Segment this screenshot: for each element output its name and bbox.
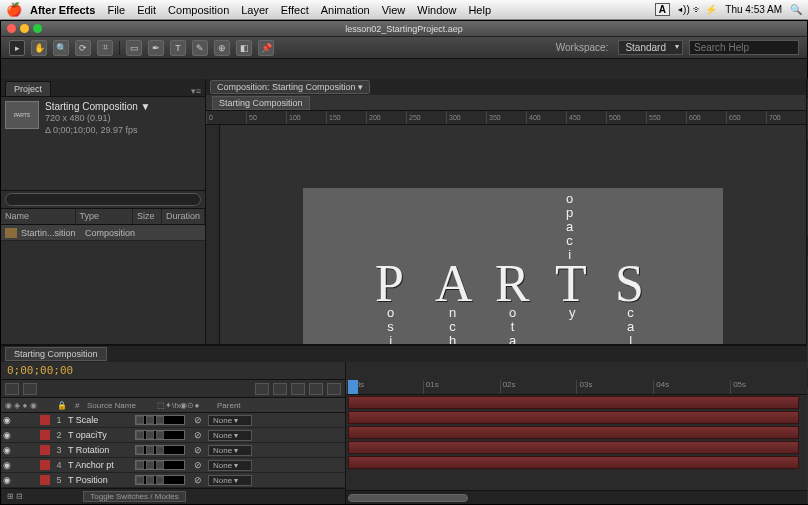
project-headers: Name Type Size Duration: [1, 209, 205, 225]
parent-select[interactable]: None ▾: [208, 475, 252, 486]
col-size[interactable]: Size: [133, 209, 162, 224]
menu-effect[interactable]: Effect: [281, 4, 309, 16]
spotlight-icon[interactable]: 🔍: [790, 4, 802, 15]
parent-select[interactable]: None ▾: [208, 415, 252, 426]
workspace-select[interactable]: Standard: [618, 40, 683, 55]
timeline-layer[interactable]: ◉1T Scale⊘None ▾: [1, 413, 345, 428]
menu-animation[interactable]: Animation: [321, 4, 370, 16]
expand-icon[interactable]: ⊞ ⊟: [7, 492, 23, 501]
word-opacity[interactable]: opaci: [566, 192, 573, 262]
label-color[interactable]: [40, 445, 50, 455]
item-type: Composition: [85, 228, 135, 238]
label-color[interactable]: [40, 475, 50, 485]
status-icons[interactable]: ◀)) ᯤ ⚡: [678, 4, 717, 15]
parent-select[interactable]: None ▾: [208, 430, 252, 441]
timeline-layer[interactable]: ◉2T opaciTy⊘None ▾: [1, 428, 345, 443]
label-color[interactable]: [40, 415, 50, 425]
parent-select[interactable]: None ▾: [208, 460, 252, 471]
layer-bar[interactable]: [348, 396, 799, 409]
layer-name: T Scale: [65, 415, 135, 425]
project-search-input[interactable]: [5, 193, 201, 206]
visibility-icon[interactable]: ◉: [1, 430, 13, 440]
timeline-tracks[interactable]: :00s 01s 02s 03s 04s 05s: [346, 362, 807, 504]
time-ruler[interactable]: :00s 01s 02s 03s 04s 05s: [346, 362, 807, 395]
letter-a[interactable]: A: [435, 254, 473, 313]
timeline-scrollbar[interactable]: [346, 490, 807, 504]
panel-menu-icon[interactable]: ▾≡: [191, 86, 201, 96]
project-item[interactable]: Startin...sition Composition: [1, 225, 205, 241]
clock[interactable]: Thu 4:53 AM: [725, 4, 782, 15]
brush-tool-icon[interactable]: ✎: [192, 40, 208, 56]
letter-t[interactable]: T: [555, 254, 587, 313]
project-tab[interactable]: Project: [5, 81, 51, 96]
search-layers-icon[interactable]: [5, 383, 19, 395]
frame-blend-icon[interactable]: [273, 383, 287, 395]
timeline-layer[interactable]: ◉5T Position⊘None ▾: [1, 473, 345, 488]
menu-composition[interactable]: Composition: [168, 4, 229, 16]
comp-subtab[interactable]: Starting Composition: [212, 96, 310, 110]
camera-tool-icon[interactable]: ⌗: [97, 40, 113, 56]
rotate-tool-icon[interactable]: ⟳: [75, 40, 91, 56]
col-duration[interactable]: Duration: [162, 209, 205, 224]
text-tool-icon[interactable]: T: [170, 40, 186, 56]
layer-bar[interactable]: [348, 441, 799, 454]
menu-window[interactable]: Window: [417, 4, 456, 16]
puppet-tool-icon[interactable]: 📌: [258, 40, 274, 56]
help-search-input[interactable]: [689, 40, 799, 55]
timeline-layer-list: 0;00;00;00 ◉ ◈ ● ◉ 🔒 # S: [1, 362, 346, 504]
menu-file[interactable]: File: [107, 4, 125, 16]
visibility-icon[interactable]: ◉: [1, 460, 13, 470]
hand-tool-icon[interactable]: ✋: [31, 40, 47, 56]
app-name[interactable]: After Effects: [30, 4, 95, 16]
mac-menubar: 🍎 After Effects File Edit Composition La…: [0, 0, 808, 20]
timeline-left-footer: ⊞ ⊟ Toggle Switches / Modes: [1, 488, 345, 504]
visibility-icon[interactable]: ◉: [1, 415, 13, 425]
label-color[interactable]: [40, 430, 50, 440]
comp-icon: [5, 228, 17, 238]
parent-select[interactable]: None ▾: [208, 445, 252, 456]
clone-tool-icon[interactable]: ⊕: [214, 40, 230, 56]
toggle-switches-button[interactable]: Toggle Switches / Modes: [83, 491, 186, 502]
comp-mini-icon[interactable]: [23, 383, 37, 395]
main-toolbar: ▸ ✋ 🔍 ⟳ ⌗ ▭ ✒ T ✎ ⊕ ◧ 📌 Workspace: Stand…: [1, 37, 807, 59]
motion-blur-icon[interactable]: [291, 383, 305, 395]
letter-s[interactable]: S: [615, 254, 644, 313]
menu-help[interactable]: Help: [468, 4, 491, 16]
timeline-layer[interactable]: ◉4T Anchor pt⊘None ▾: [1, 458, 345, 473]
menu-view[interactable]: View: [382, 4, 406, 16]
letter-p[interactable]: P: [375, 254, 404, 313]
pen-tool-icon[interactable]: ✒: [148, 40, 164, 56]
selection-tool-icon[interactable]: ▸: [9, 40, 25, 56]
letter-r[interactable]: R: [495, 254, 530, 313]
layer-name: T opaciTy: [65, 430, 135, 440]
timeline-layer[interactable]: ◉3T Rotation⊘None ▾: [1, 443, 345, 458]
timeline-tab[interactable]: Starting Composition: [5, 347, 107, 361]
playhead-icon[interactable]: [348, 380, 358, 394]
visibility-icon[interactable]: ◉: [1, 475, 13, 485]
comp-tab[interactable]: Composition: Starting Composition ▾: [210, 80, 370, 94]
menu-layer[interactable]: Layer: [241, 4, 269, 16]
graph-editor-icon[interactable]: [327, 383, 341, 395]
layer-bar[interactable]: [348, 426, 799, 439]
zoom-tool-icon[interactable]: 🔍: [53, 40, 69, 56]
timeline-panel: Starting Composition 0;00;00;00: [1, 344, 807, 504]
layer-bar[interactable]: [348, 456, 799, 469]
current-timecode[interactable]: 0;00;00;00: [7, 364, 73, 377]
apple-icon[interactable]: 🍎: [6, 2, 22, 17]
traffic-lights[interactable]: [7, 24, 42, 33]
comp-thumbnail[interactable]: PARTS: [5, 101, 39, 129]
eraser-tool-icon[interactable]: ◧: [236, 40, 252, 56]
brainstorm-icon[interactable]: [309, 383, 323, 395]
visibility-icon[interactable]: ◉: [1, 445, 13, 455]
adobe-icon[interactable]: A: [655, 3, 670, 16]
horizontal-ruler: 0501001502002503003504004505005506006507…: [206, 111, 806, 125]
col-name[interactable]: Name: [1, 209, 76, 224]
shy-icon[interactable]: [255, 383, 269, 395]
col-type[interactable]: Type: [76, 209, 133, 224]
layer-bar[interactable]: [348, 411, 799, 424]
menu-edit[interactable]: Edit: [137, 4, 156, 16]
label-color[interactable]: [40, 460, 50, 470]
word-opacity2[interactable]: y: [569, 306, 576, 320]
rect-tool-icon[interactable]: ▭: [126, 40, 142, 56]
zoom-slider[interactable]: [348, 494, 468, 502]
